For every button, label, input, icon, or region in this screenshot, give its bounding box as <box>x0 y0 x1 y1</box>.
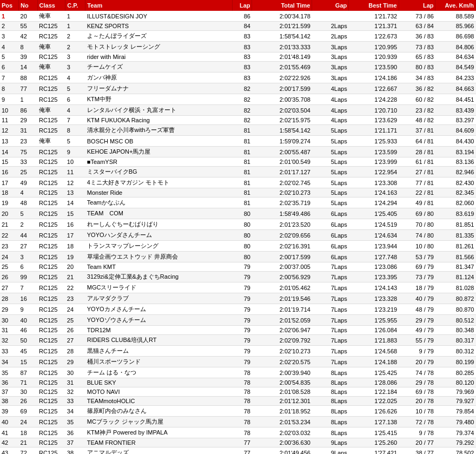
cell-total-time: 2:02'02.745 <box>252 177 312 188</box>
cell-total-time: 1:58'54.142 <box>252 31 312 42</box>
cell-best-lap: 36 / 83 <box>399 31 435 42</box>
cell-cp: 11 <box>65 167 85 177</box>
cell-gap: 5Laps <box>312 147 349 157</box>
cell-lap: 81 <box>232 167 252 177</box>
cell-lap: 81 <box>232 147 252 157</box>
cell-pos: 2 <box>0 22 19 31</box>
cell-cp: 19 <box>65 252 85 262</box>
cell-no: 2 <box>19 219 38 230</box>
cell-class: 俺車 <box>37 136 65 147</box>
cell-pos: 8 <box>0 83 19 94</box>
table-row: 42 21 RC125 37 TEAM FRONTIER 77 2:00'36.… <box>0 438 476 448</box>
cell-team: チームケイズ <box>85 62 232 73</box>
col-best-time: Best Time <box>349 0 399 11</box>
cell-team: KTM中野 <box>85 94 232 105</box>
cell-lap: 82 <box>232 105 252 116</box>
table-row: 40 24 RC125 35 MCブラック ジャック馬力屋 78 2:01'53… <box>0 417 476 427</box>
cell-pos: 15 <box>0 157 19 167</box>
cell-pos: 16 <box>0 167 19 177</box>
table-row: 23 27 RC125 18 トランスマップレーシング 80 2:02'16.3… <box>0 241 476 252</box>
cell-pos: 5 <box>0 52 19 62</box>
cell-class: RC125 <box>37 147 65 157</box>
cell-best-time: 1'22.667 <box>349 83 399 94</box>
cell-lap: 79 <box>232 357 252 367</box>
cell-best-lap: 55 / 79 <box>399 335 435 346</box>
cell-no: 86 <box>19 105 38 116</box>
cell-ave: 83.439 <box>435 105 476 116</box>
cell-lap: 81 <box>232 125 252 136</box>
cell-best-time: 1'22.954 <box>349 167 399 177</box>
cell-total-time: 2:02'35.719 <box>252 198 312 208</box>
cell-lap: 78 <box>232 397 252 406</box>
cell-team: TDR12M <box>85 326 232 335</box>
cell-best-time: 1'27.138 <box>349 417 399 427</box>
cell-team: フリーダムナナ <box>85 83 232 94</box>
cell-lap: 82 <box>232 83 252 94</box>
cell-ave: 84.609 <box>435 125 476 136</box>
table-row: 25 6 RC125 20 Team KMT 79 2:00'37.005 7L… <box>0 262 476 272</box>
cell-lap: 79 <box>232 262 252 272</box>
table-row: 32 50 RC125 27 RIDERS CLUB&培倶人RT 79 2:02… <box>0 335 476 346</box>
cell-team: KENZ SPORTS <box>85 22 232 31</box>
cell-cp: 7 <box>65 116 85 125</box>
cell-no: 71 <box>19 378 38 387</box>
cell-class: RC125 <box>37 252 65 262</box>
cell-ave: 84.806 <box>435 42 476 52</box>
cell-gap: 8Laps <box>312 367 349 378</box>
cell-gap: 4Laps <box>312 105 349 116</box>
cell-best-lap: 10 / 78 <box>399 406 435 417</box>
cell-pos: 19 <box>0 198 19 208</box>
cell-cp: 21 <box>65 272 85 282</box>
cell-class: 俺車 <box>37 62 65 73</box>
col-no: No <box>19 0 38 11</box>
cell-class: RC125 <box>37 73 65 83</box>
table-row: 34 15 RC125 29 桶川スポーツランド 79 2:02'20.575 … <box>0 357 476 367</box>
cell-best-lap: 72 / 78 <box>399 417 435 427</box>
cell-team: KTM FUKUOKA Racing <box>85 116 232 125</box>
cell-no: 50 <box>19 335 38 346</box>
cell-lap: 77 <box>232 438 252 448</box>
cell-cp: 3 <box>65 52 85 62</box>
cell-total-time: 2:00'17.599 <box>252 83 312 94</box>
cell-lap: 79 <box>232 272 252 282</box>
cell-cp: 34 <box>65 406 85 417</box>
cell-lap: 80 <box>232 252 252 262</box>
cell-class: RC125 <box>37 387 65 397</box>
cell-class: RC125 <box>37 125 65 136</box>
cell-no: 45 <box>19 346 38 357</box>
cell-lap: 78 <box>232 427 252 438</box>
cell-class: RC125 <box>37 94 65 105</box>
cell-pos: 7 <box>0 73 19 83</box>
cell-lap: 81 <box>232 188 252 198</box>
cell-ave: 81.261 <box>435 241 476 252</box>
table-row: 36 71 RC125 31 BLUE SKY 78 2:00'54.835 8… <box>0 378 476 387</box>
cell-best-lap: 37 / 81 <box>399 125 435 136</box>
cell-ave: 83.136 <box>435 157 476 167</box>
cell-lap: 79 <box>232 304 252 315</box>
cell-best-time: 1'26.626 <box>349 406 399 417</box>
cell-cp: 23 <box>65 293 85 304</box>
cell-best-lap: 64 / 81 <box>399 136 435 147</box>
cell-ave: 80.870 <box>435 304 476 315</box>
cell-team: TEAM COM <box>85 208 232 219</box>
cell-lap: 78 <box>232 406 252 417</box>
cell-best-lap: 36 / 82 <box>399 83 435 94</box>
cell-lap: 79 <box>232 326 252 335</box>
cell-best-lap: 63 / 84 <box>399 22 435 31</box>
cell-best-time: 1'23.944 <box>349 241 399 252</box>
cell-best-time: 1'24.634 <box>349 230 399 241</box>
cell-gap <box>312 11 349 22</box>
cell-best-lap: 74 / 78 <box>399 367 435 378</box>
cell-best-lap: 60 / 82 <box>399 94 435 105</box>
cell-lap: 78 <box>232 378 252 387</box>
cell-total-time: 2:01'00.549 <box>252 157 312 167</box>
cell-team: 清水親分と小川孝withろーズ軍曹 <box>85 125 232 136</box>
cell-ave: 80.285 <box>435 367 476 378</box>
table-row: 31 46 RC125 26 TDR12M 79 2:02'06.947 7La… <box>0 326 476 335</box>
cell-total-time: 2:01'17.127 <box>252 167 312 177</box>
cell-pos: 17 <box>0 177 19 188</box>
table-row: 8 77 RC125 5 フリーダムナナ 82 2:00'17.599 4Lap… <box>0 83 476 94</box>
cell-gap: 7Laps <box>312 335 349 346</box>
table-row: 9 1 RC125 6 KTM中野 82 2:00'35.708 4Laps 1… <box>0 94 476 105</box>
cell-cp: 14 <box>65 198 85 208</box>
